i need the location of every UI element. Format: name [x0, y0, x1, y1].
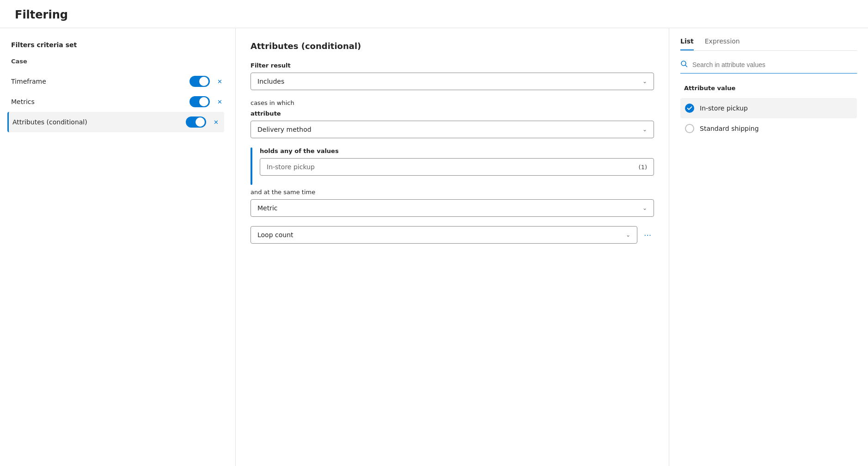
and-same-time-label: and at the same time	[251, 189, 654, 196]
holds-section: holds any of the values In-store pickup …	[251, 147, 654, 185]
attribute-select[interactable]: Delivery method ⌄	[251, 121, 654, 138]
criteria-item-metrics[interactable]: Metrics ✕	[11, 92, 224, 112]
metric-value: Metric	[257, 204, 278, 212]
filter-result-select[interactable]: Includes ⌄	[251, 73, 654, 90]
metrics-label: Metrics	[11, 98, 184, 105]
loop-count-select[interactable]: Loop count ⌄	[251, 226, 637, 244]
right-panel: List Expression Attribute value In-store…	[669, 28, 868, 466]
page-header: Filtering	[0, 0, 868, 28]
holds-value: In-store pickup	[267, 163, 315, 171]
tab-list[interactable]: List	[680, 37, 694, 50]
left-panel: Filters criteria set Case Timeframe ✕ Me…	[0, 28, 236, 466]
attr-item-standard[interactable]: Standard shipping	[680, 118, 857, 139]
attributes-heading: Attributes (conditional)	[251, 41, 654, 51]
filter-result-chevron: ⌄	[642, 78, 647, 85]
case-label: Case	[11, 58, 224, 65]
more-options-icon[interactable]: ⋯	[642, 227, 654, 243]
timeframe-label: Timeframe	[11, 78, 184, 85]
attributes-label: Attributes (conditional)	[12, 118, 180, 126]
filter-result-value: Includes	[257, 78, 284, 85]
tabs-header: List Expression	[680, 37, 857, 51]
standard-label: Standard shipping	[700, 125, 759, 132]
attribute-label: attribute	[251, 110, 654, 117]
attribute-value-header: Attribute value	[680, 85, 857, 92]
metric-select[interactable]: Metric ⌄	[251, 199, 654, 217]
instore-check-icon	[685, 104, 694, 113]
main-layout: Filters criteria set Case Timeframe ✕ Me…	[0, 28, 868, 466]
cases-in-which-label: cases in which	[251, 99, 654, 106]
holds-count: (1)	[639, 164, 647, 171]
attributes-toggle[interactable]	[186, 116, 206, 128]
svg-line-1	[685, 65, 687, 67]
criteria-item-attributes[interactable]: Attributes (conditional) ✕	[7, 112, 224, 132]
instore-label: In-store pickup	[700, 104, 748, 112]
timeframe-close-icon[interactable]: ✕	[215, 76, 224, 87]
holds-values-select[interactable]: In-store pickup (1)	[260, 158, 654, 176]
metrics-toggle[interactable]	[189, 96, 210, 107]
tab-expression[interactable]: Expression	[705, 37, 740, 50]
holds-label: holds any of the values	[260, 147, 654, 154]
blue-bar	[251, 147, 252, 185]
page-title: Filtering	[15, 8, 853, 21]
blue-bar-content: holds any of the values In-store pickup …	[260, 147, 654, 185]
filter-result-label: Filter result	[251, 62, 654, 69]
attr-item-instore[interactable]: In-store pickup	[680, 98, 857, 118]
search-input[interactable]	[692, 61, 857, 68]
bottom-section: and at the same time Metric ⌄ Loop count…	[251, 189, 654, 244]
metrics-close-icon[interactable]: ✕	[215, 97, 224, 107]
search-box	[680, 60, 857, 74]
metric-chevron: ⌄	[642, 205, 647, 211]
attribute-value: Delivery method	[257, 126, 312, 133]
standard-empty-icon	[685, 124, 694, 133]
loop-count-value: Loop count	[257, 231, 293, 239]
search-icon	[680, 60, 688, 69]
loop-count-chevron: ⌄	[626, 232, 630, 238]
loop-count-row: Loop count ⌄ ⋯	[251, 226, 654, 244]
filters-criteria-title: Filters criteria set	[11, 41, 224, 49]
attribute-chevron: ⌄	[642, 126, 647, 133]
criteria-item-timeframe[interactable]: Timeframe ✕	[11, 71, 224, 92]
middle-panel: Attributes (conditional) Filter result I…	[236, 28, 669, 466]
attributes-close-icon[interactable]: ✕	[212, 117, 220, 128]
timeframe-toggle[interactable]	[189, 76, 210, 87]
